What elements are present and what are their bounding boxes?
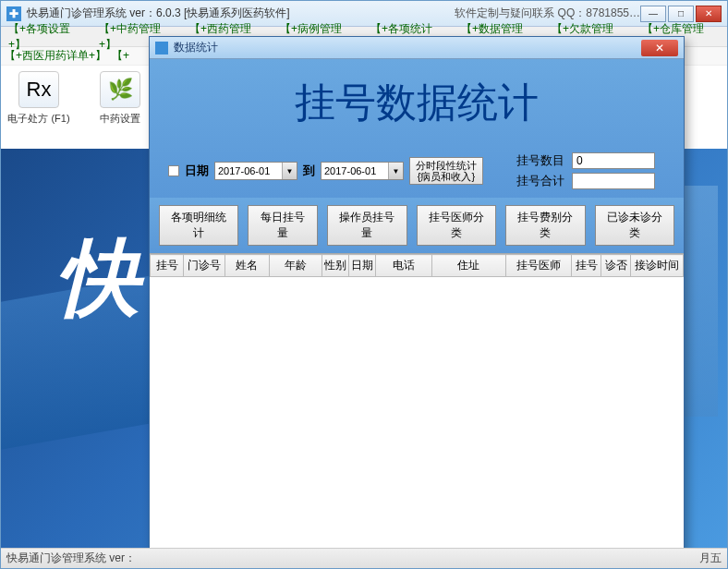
period-btn-line2: {病员和收入} (416, 171, 477, 182)
dialog-titlebar: 数据统计 ✕ (150, 37, 684, 59)
col-diagtime[interactable]: 接诊时间 (631, 255, 684, 277)
period-stats-button[interactable]: 分时段性统计 {病员和收入} (409, 157, 483, 185)
dialog-button-row: 各项明细统计 每日挂号量 操作员挂号量 挂号医师分类 挂号费别分类 已诊未诊分类 (150, 198, 684, 253)
dialog-close-button[interactable]: ✕ (641, 40, 678, 56)
window-subtitle: 软件定制与疑问联系 QQ：8781855… (455, 6, 640, 21)
herb-icon: 🌿 (100, 71, 140, 108)
col-name[interactable]: 姓名 (224, 255, 269, 277)
tool-e-prescription[interactable]: Rx 电子处方 (F1) (6, 71, 71, 126)
date-to-input[interactable]: ▼ (321, 162, 404, 180)
date-checkbox[interactable] (168, 165, 179, 176)
btn-daily-reg[interactable]: 每日挂号量 (248, 205, 318, 246)
dialog-heading: 挂号数据统计 (159, 68, 674, 152)
col-gender[interactable]: 性别 (322, 255, 348, 277)
statusbar-right: 月五 (699, 551, 722, 566)
main-window: ✚ 快易通门诊管理系统 ver：6.0.3 [快易通系列医药软件] 软件定制与疑… (0, 0, 728, 569)
window-title: 快易通门诊管理系统 ver：6.0.3 [快易通系列医药软件] (27, 6, 455, 21)
col-phone[interactable]: 电话 (376, 255, 432, 277)
date-from-input[interactable]: ▼ (214, 162, 297, 180)
app-icon: ✚ (6, 6, 21, 21)
data-table: 挂号 门诊号 姓名 年龄 性别 日期 电话 住址 挂号医师 挂号 诊否 接诊时间 (150, 254, 684, 277)
chevron-down-icon[interactable]: ▼ (388, 163, 403, 179)
col-clinicno[interactable]: 门诊号 (184, 255, 224, 277)
bg-big-text: 快 (56, 223, 140, 335)
tool-herb-settings[interactable]: 🌿 中药设置 (88, 71, 152, 126)
tool-herb-label: 中药设置 (100, 112, 140, 126)
reg-total-value (572, 173, 655, 189)
tool-rx-label: 电子处方 (F1) (7, 112, 69, 126)
reg-count-label: 挂号数目 (516, 152, 568, 169)
date-to-field[interactable] (322, 163, 388, 179)
statusbar: 快易通门诊管理系统 ver： 月五 (1, 548, 727, 568)
submenu-western-detail[interactable]: 【+西医用药详单+】 (5, 48, 106, 64)
dialog-icon (155, 42, 168, 54)
dialog-title: 数据统计 (174, 40, 641, 55)
btn-fee-class[interactable]: 挂号费别分类 (505, 205, 585, 246)
date-to-label: 到 (303, 163, 315, 179)
stats-summary: 挂号数目 0 挂号合计 (516, 152, 655, 189)
table-header-row: 挂号 门诊号 姓名 年龄 性别 日期 电话 住址 挂号医师 挂号 诊否 接诊时间 (151, 255, 684, 277)
col-address[interactable]: 住址 (431, 255, 506, 277)
reg-count-value: 0 (572, 152, 655, 169)
period-btn-line1: 分时段性统计 (416, 160, 477, 171)
rx-icon: Rx (18, 71, 59, 108)
btn-diag-class[interactable]: 已诊未诊分类 (595, 205, 674, 246)
col-regno[interactable]: 挂号 (151, 255, 184, 277)
col-doctor[interactable]: 挂号医师 (506, 255, 572, 277)
stats-dialog: 数据统计 ✕ 挂号数据统计 日期 ▼ 到 ▼ 分时段性统计 {病员和收入} (149, 36, 685, 551)
date-label: 日期 (185, 163, 209, 179)
date-from-field[interactable] (215, 163, 282, 179)
submenu-partial[interactable]: 【+ (112, 48, 129, 64)
btn-operator-reg[interactable]: 操作员挂号量 (327, 205, 406, 246)
chevron-down-icon[interactable]: ▼ (282, 163, 297, 179)
btn-detail-stats[interactable]: 各项明细统计 (159, 205, 238, 246)
col-date[interactable]: 日期 (348, 255, 375, 277)
col-age[interactable]: 年龄 (270, 255, 322, 277)
filter-row: 日期 ▼ 到 ▼ 分时段性统计 {病员和收入} 挂号数目 0 (159, 152, 674, 189)
col-diagflag[interactable]: 诊否 (601, 255, 631, 277)
col-reg2[interactable]: 挂号 (571, 255, 601, 277)
statusbar-left: 快易通门诊管理系统 ver： (6, 551, 136, 566)
reg-total-label: 挂号合计 (516, 173, 568, 189)
btn-doctor-class[interactable]: 挂号医师分类 (417, 205, 496, 246)
dialog-header-area: 挂号数据统计 日期 ▼ 到 ▼ 分时段性统计 {病员和收入} (150, 59, 684, 198)
data-table-area[interactable]: 挂号 门诊号 姓名 年龄 性别 日期 电话 住址 挂号医师 挂号 诊否 接诊时间 (150, 253, 684, 562)
